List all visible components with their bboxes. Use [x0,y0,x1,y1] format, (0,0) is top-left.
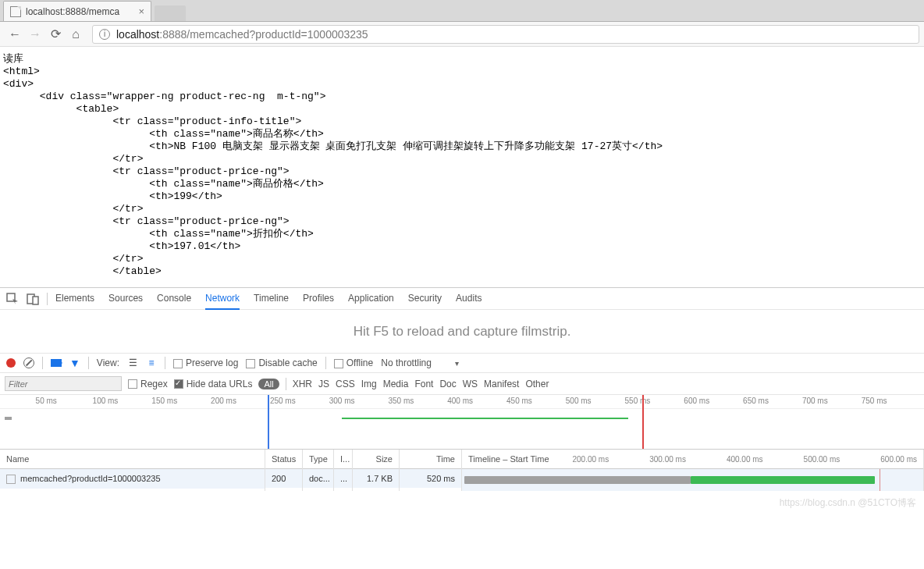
filter-css[interactable]: CSS [336,379,355,389]
text-line: <th>NB F100 电脑支架 显示器支架 桌面免打孔支架 伸缩可调挂架旋转上… [3,140,921,153]
offline-checkbox[interactable]: Offline [334,357,373,368]
text-line: <tr class="product-info-title"> [3,116,921,128]
filter-img[interactable]: Img [361,379,377,389]
tick-label: 500.00 ms [804,455,840,464]
tab-profiles[interactable]: Profiles [303,288,334,310]
filter-input[interactable] [5,376,122,391]
tick-label: 550 ms [625,397,651,405]
tab-timeline[interactable]: Timeline [254,288,289,310]
clear-button[interactable] [23,357,34,368]
new-tab-button[interactable] [155,5,186,21]
filter-js[interactable]: JS [318,379,329,389]
throttling-dropdown[interactable]: No throttling▾ [381,357,459,368]
tab-console[interactable]: Console [157,288,191,310]
text-line: </table> [3,265,921,278]
filter-font[interactable]: Font [414,379,433,389]
filter-other[interactable]: Other [525,379,549,389]
tab-title: localhost:8888/memca [26,6,119,17]
address-bar: ← → ⟳ ⌂ i localhost:8888/memcached?produ… [0,22,924,47]
filter-media[interactable]: Media [383,379,409,389]
tab-sources[interactable]: Sources [108,288,143,310]
site-info-icon[interactable]: i [99,29,110,40]
request-name-cell[interactable]: memcached?productId=1000003235 [0,469,265,489]
col-type[interactable]: Type [303,450,333,469]
request-status-cell: 200 [265,469,302,488]
divider [325,357,326,369]
waterfall-download-bar [691,476,875,484]
browser-tab[interactable]: localhost:8888/memca × [3,1,151,21]
text-line: </tr> [3,253,921,265]
col-name[interactable]: Name [0,450,265,469]
tick-label: 750 ms [862,397,887,405]
url-port: :8888 [159,28,187,41]
filter-xhr[interactable]: XHR [293,379,312,389]
tab-elements[interactable]: Elements [55,288,94,310]
col-initiator[interactable]: I... [334,450,352,469]
divider [42,357,43,369]
overview-timeline[interactable]: 50 ms 100 ms 150 ms 200 ms 250 ms 300 ms… [0,395,924,450]
filter-all[interactable]: All [258,379,279,389]
url-input[interactable]: i localhost:8888/memcached?productId=100… [92,25,919,44]
text-line: <th>199</th> [3,190,921,203]
tab-close-icon[interactable]: × [138,6,144,16]
col-waterfall[interactable]: Timeline – Start Time 200.00 ms 300.00 m… [462,450,923,469]
text-line: <th>197.01</th> [3,240,921,253]
url-path: /memcached?productId=1000003235 [187,28,368,41]
divider [286,378,286,390]
tick-label: 450 ms [506,397,532,405]
page-content: 读库 <html> <div> <div class="wrapper-ng p… [0,47,924,287]
tick-label: 200.00 ms [572,455,609,464]
forward-button[interactable]: → [25,27,45,41]
waterfall-row [462,469,923,491]
overview-bar [5,417,12,420]
tab-audits[interactable]: Audits [456,288,482,310]
file-icon [6,475,16,484]
filter-ws[interactable]: WS [463,379,478,389]
home-button[interactable]: ⌂ [66,27,86,41]
tick-label: 350 ms [388,397,414,405]
filter-manifest[interactable]: Manifest [484,379,519,389]
text-line: <div class="wrapper-ng product-rec-ng m-… [3,91,921,103]
disable-cache-checkbox[interactable]: Disable cache [246,357,317,368]
tick-label: 700 ms [802,397,828,405]
devtools-panel: Elements Sources Console Network Timelin… [0,287,924,514]
tick-label: 300.00 ms [649,455,686,464]
view-large-icon[interactable]: ☰ [127,357,138,368]
tick-label: 600.00 ms [880,455,917,464]
preserve-log-checkbox[interactable]: Preserve log [173,357,238,368]
text-line: <th class="name">商品名称</th> [3,128,921,140]
col-size[interactable]: Size [353,450,399,469]
filter-doc[interactable]: Doc [439,379,456,389]
request-type-cell: doc... [303,469,333,488]
col-time[interactable]: Time [400,450,461,469]
svg-rect-2 [33,297,38,304]
filter-toggle-icon[interactable]: ▼ [69,357,80,369]
request-size-cell: 1.7 KB [353,469,399,488]
col-status[interactable]: Status [265,450,302,469]
text-line: <div> [3,78,921,91]
device-toggle-icon[interactable] [27,293,39,305]
tab-strip: localhost:8888/memca × [0,0,924,22]
reload-button[interactable]: ⟳ [45,27,66,41]
request-table: Name memcached?productId=1000003235 Stat… [0,450,924,491]
tab-application[interactable]: Application [348,288,394,310]
hide-data-urls-checkbox[interactable]: Hide data URLs [174,379,253,389]
request-initiator-cell: ... [334,469,352,488]
capture-screenshots-icon[interactable] [51,359,62,367]
tab-network[interactable]: Network [205,288,240,310]
page-icon [10,6,21,17]
record-button[interactable] [6,358,16,368]
divider [165,357,165,369]
tab-security[interactable]: Security [408,288,442,310]
tick-label: 150 ms [151,397,177,405]
regex-checkbox[interactable]: Regex [128,379,168,389]
tick-label: 100 ms [93,397,119,405]
view-label: View: [97,357,119,368]
divider [88,357,89,369]
inspect-icon[interactable] [6,293,19,305]
back-button[interactable]: ← [5,27,25,41]
view-small-icon[interactable]: ≡ [146,357,157,368]
devtools-tabs: Elements Sources Console Network Timelin… [55,288,482,310]
text-line: </tr> [3,203,921,215]
divider [47,293,48,305]
